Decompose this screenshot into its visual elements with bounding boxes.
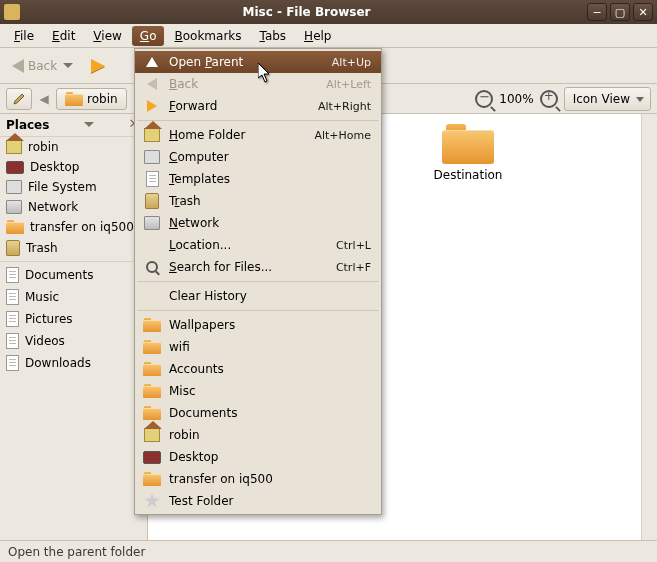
window-titlebar: Misc - File Browser ─ ▢ ✕: [0, 0, 657, 24]
folder-icon: [143, 318, 161, 332]
sidebar-item[interactable]: Desktop: [0, 157, 147, 177]
menu-network[interactable]: Network: [135, 212, 381, 234]
menu-trash[interactable]: Trash: [135, 190, 381, 212]
folder-icon: [143, 340, 161, 354]
doc-icon: [6, 267, 19, 283]
minimize-button[interactable]: ─: [587, 3, 607, 21]
menu-recent-item[interactable]: Misc: [135, 380, 381, 402]
sidebar-item[interactable]: Pictures: [0, 308, 147, 330]
recent-label: Documents: [169, 406, 371, 420]
zoom-in-button[interactable]: [540, 90, 558, 108]
sidebar-item-label: File System: [28, 180, 97, 194]
sidebar-item[interactable]: Trash: [0, 237, 147, 259]
sidebar-item-label: robin: [28, 140, 59, 154]
folder-icon: [6, 220, 24, 234]
maximize-button[interactable]: ▢: [610, 3, 630, 21]
menu-computer[interactable]: Computer: [135, 146, 381, 168]
folder-icon: [143, 384, 161, 398]
sidebar-item-label: Music: [25, 290, 59, 304]
back-button[interactable]: Back: [6, 55, 79, 77]
folder-icon: [143, 472, 161, 486]
desktop-icon: [6, 161, 24, 174]
menu-back: Back Alt+Left: [135, 73, 381, 95]
desktop-icon: [143, 451, 161, 464]
folder-label: Destination: [434, 168, 503, 182]
menu-recent-item[interactable]: transfer on iq500: [135, 468, 381, 490]
sidebar-item[interactable]: Network: [0, 197, 147, 217]
forward-button[interactable]: [85, 55, 111, 77]
menu-forward[interactable]: Forward Alt+Right: [135, 95, 381, 117]
accel: Ctrl+F: [336, 261, 371, 274]
path-segment-button[interactable]: robin: [56, 88, 127, 110]
sidebar-header: Places: [6, 118, 49, 132]
arrow-left-icon: [147, 78, 157, 90]
menu-location[interactable]: Location... Ctrl+L: [135, 234, 381, 256]
menu-recent-item[interactable]: wifi: [135, 336, 381, 358]
home-icon: [144, 428, 160, 442]
close-button[interactable]: ✕: [633, 3, 653, 21]
statusbar: Open the parent folder: [0, 540, 657, 562]
menu-file[interactable]: File: [6, 26, 42, 46]
menubar: File Edit View Go Bookmarks Tabs Help: [0, 24, 657, 48]
network-icon: [144, 216, 160, 230]
folder-icon: [143, 362, 161, 376]
sidebar-item[interactable]: Documents: [0, 264, 147, 286]
clear-history-label: Clear History: [169, 289, 371, 303]
sidebar-item-label: Videos: [25, 334, 65, 348]
zoom-out-button[interactable]: [475, 90, 493, 108]
sidebar-item[interactable]: File System: [0, 177, 147, 197]
view-mode-label: Icon View: [573, 92, 630, 106]
menu-templates[interactable]: Templates: [135, 168, 381, 190]
arrow-up-icon: [146, 57, 158, 67]
doc-icon: [6, 333, 19, 349]
sidebar-item-label: Trash: [26, 241, 58, 255]
sidebar-item[interactable]: transfer on iq500: [0, 217, 147, 237]
sidebar-item-label: Documents: [25, 268, 93, 282]
chevron-down-icon[interactable]: [84, 122, 94, 128]
recent-label: wifi: [169, 340, 371, 354]
menu-recent-item[interactable]: robin: [135, 424, 381, 446]
back-label: Back: [28, 59, 57, 73]
menu-bookmarks[interactable]: Bookmarks: [166, 26, 249, 46]
accel: Alt+Up: [332, 56, 371, 69]
sidebar-item[interactable]: Downloads: [0, 352, 147, 374]
sidebar-item[interactable]: Music: [0, 286, 147, 308]
app-icon: [4, 4, 20, 20]
network-icon: [6, 200, 22, 214]
chevron-down-icon: [63, 63, 73, 69]
view-mode-select[interactable]: Icon View: [564, 87, 651, 111]
accel: Alt+Home: [314, 129, 371, 142]
menu-tabs[interactable]: Tabs: [252, 26, 295, 46]
menu-view[interactable]: View: [85, 26, 129, 46]
sidebar-item-label: Pictures: [25, 312, 73, 326]
edit-path-button[interactable]: [6, 88, 32, 110]
menu-recent-item[interactable]: Desktop: [135, 446, 381, 468]
trash-icon: [6, 240, 20, 256]
menu-recent-item[interactable]: Accounts: [135, 358, 381, 380]
sidebar-item[interactable]: Videos: [0, 330, 147, 352]
menu-recent-item[interactable]: Test Folder: [135, 490, 381, 512]
path-prev-button[interactable]: ◀: [38, 88, 50, 110]
menu-clear-history[interactable]: Clear History: [135, 285, 381, 307]
menu-edit[interactable]: Edit: [44, 26, 83, 46]
menu-recent-item[interactable]: Wallpapers: [135, 314, 381, 336]
menu-go[interactable]: Go: [132, 26, 165, 46]
status-text: Open the parent folder: [8, 545, 145, 559]
recent-label: Misc: [169, 384, 371, 398]
separator: [137, 281, 379, 282]
sidebar-item[interactable]: robin: [0, 137, 147, 157]
menu-home-folder[interactable]: Home Folder Alt+Home: [135, 124, 381, 146]
doc-icon: [6, 355, 19, 371]
sidebar: Places ✕ robinDesktopFile SystemNetworkt…: [0, 114, 148, 540]
menu-recent-item[interactable]: Documents: [135, 402, 381, 424]
home-icon: [144, 128, 160, 142]
pencil-icon: [12, 92, 26, 106]
scrollbar[interactable]: [641, 114, 657, 540]
menu-help[interactable]: Help: [296, 26, 339, 46]
recent-label: Test Folder: [169, 494, 371, 508]
folder-icon: [143, 406, 161, 420]
doc-icon: [6, 311, 19, 327]
folder-item[interactable]: Destination: [404, 124, 532, 216]
menu-search-files[interactable]: Search for Files... Ctrl+F: [135, 256, 381, 278]
menu-open-parent[interactable]: Open Parent Alt+Up: [135, 51, 381, 73]
